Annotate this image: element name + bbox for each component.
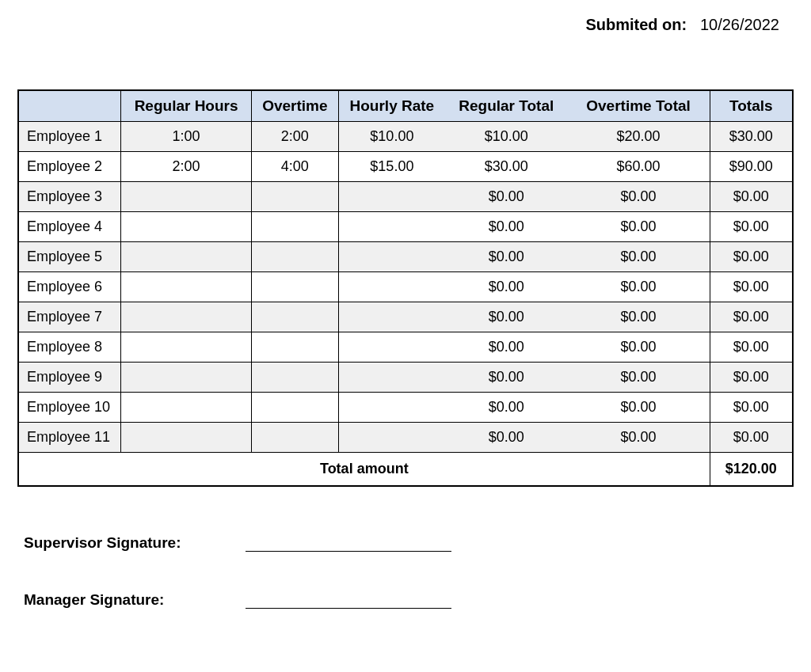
table-body: Employee 11:002:00$10.00$10.00$20.00$30.… <box>18 122 793 453</box>
overtime-total-cell: $0.00 <box>568 212 710 242</box>
overtime-cell: 2:00 <box>251 122 338 152</box>
regular-hours-cell: 2:00 <box>121 152 252 182</box>
overtime-total-cell: $0.00 <box>568 272 710 302</box>
submitted-on: Submited on: 10/26/2022 <box>16 16 795 34</box>
totals-cell: $0.00 <box>710 302 793 332</box>
regular-total-cell: $0.00 <box>445 332 568 363</box>
overtime-cell <box>251 393 338 423</box>
supervisor-signature-row: Supervisor Signature: <box>24 534 795 552</box>
overtime-total-cell: $0.00 <box>568 302 710 332</box>
totals-cell: $0.00 <box>710 272 793 302</box>
employee-name: Employee 5 <box>18 242 121 272</box>
supervisor-signature-label: Supervisor Signature: <box>24 534 246 552</box>
regular-total-cell: $0.00 <box>445 363 568 393</box>
overtime-total-cell: $0.00 <box>568 332 710 363</box>
overtime-cell <box>251 212 338 242</box>
totals-cell: $90.00 <box>710 152 793 182</box>
hourly-rate-cell <box>338 393 445 423</box>
regular-hours-cell <box>121 302 252 332</box>
regular-total-cell: $0.00 <box>445 182 568 212</box>
col-regular-hours: Regular Hours <box>121 90 252 122</box>
employee-name: Employee 2 <box>18 152 121 182</box>
hourly-rate-cell <box>338 363 445 393</box>
regular-hours-cell <box>121 393 252 423</box>
overtime-total-cell: $0.00 <box>568 182 710 212</box>
hourly-rate-cell <box>338 423 445 453</box>
total-amount-value: $120.00 <box>710 453 793 486</box>
totals-cell: $0.00 <box>710 393 793 423</box>
regular-total-cell: $30.00 <box>445 152 568 182</box>
totals-cell: $30.00 <box>710 122 793 152</box>
col-overtime: Overtime <box>251 90 338 122</box>
col-totals: Totals <box>710 90 793 122</box>
hourly-rate-cell <box>338 332 445 363</box>
overtime-total-cell: $0.00 <box>568 393 710 423</box>
regular-total-cell: $0.00 <box>445 302 568 332</box>
employee-name: Employee 9 <box>18 363 121 393</box>
regular-hours-cell <box>121 212 252 242</box>
regular-hours-cell <box>121 363 252 393</box>
employee-name: Employee 4 <box>18 212 121 242</box>
regular-hours-cell <box>121 242 252 272</box>
table-row: Employee 3$0.00$0.00$0.00 <box>18 182 793 212</box>
regular-hours-cell <box>121 423 252 453</box>
overtime-cell <box>251 242 338 272</box>
regular-total-cell: $0.00 <box>445 242 568 272</box>
hourly-rate-cell <box>338 212 445 242</box>
regular-hours-cell <box>121 272 252 302</box>
table-row: Employee 8$0.00$0.00$0.00 <box>18 332 793 363</box>
manager-signature-line <box>246 608 451 609</box>
hourly-rate-cell <box>338 302 445 332</box>
table-row: Employee 9$0.00$0.00$0.00 <box>18 363 793 393</box>
table-row: Employee 5$0.00$0.00$0.00 <box>18 242 793 272</box>
overtime-cell <box>251 302 338 332</box>
totals-cell: $0.00 <box>710 423 793 453</box>
overtime-total-cell: $20.00 <box>568 122 710 152</box>
col-blank <box>18 90 121 122</box>
overtime-cell <box>251 272 338 302</box>
table-row: Employee 4$0.00$0.00$0.00 <box>18 212 793 242</box>
hourly-rate-cell <box>338 182 445 212</box>
regular-total-cell: $0.00 <box>445 393 568 423</box>
overtime-total-cell: $60.00 <box>568 152 710 182</box>
overtime-cell <box>251 363 338 393</box>
overtime-cell <box>251 182 338 212</box>
signature-block: Supervisor Signature: Manager Signature: <box>24 534 795 609</box>
regular-total-cell: $0.00 <box>445 423 568 453</box>
submitted-date: 10/26/2022 <box>700 16 779 33</box>
table-row: Employee 22:004:00$15.00$30.00$60.00$90.… <box>18 152 793 182</box>
employee-name: Employee 8 <box>18 332 121 363</box>
table-row: Employee 6$0.00$0.00$0.00 <box>18 272 793 302</box>
totals-cell: $0.00 <box>710 212 793 242</box>
overtime-total-cell: $0.00 <box>568 242 710 272</box>
employee-name: Employee 6 <box>18 272 121 302</box>
col-hourly-rate: Hourly Rate <box>338 90 445 122</box>
manager-signature-row: Manager Signature: <box>24 591 795 609</box>
employee-name: Employee 11 <box>18 423 121 453</box>
col-overtime-total: Overtime Total <box>568 90 710 122</box>
total-amount-label: Total amount <box>18 453 710 486</box>
regular-total-cell: $10.00 <box>445 122 568 152</box>
hourly-rate-cell <box>338 242 445 272</box>
table-row: Employee 11$0.00$0.00$0.00 <box>18 423 793 453</box>
hourly-rate-cell: $15.00 <box>338 152 445 182</box>
regular-hours-cell <box>121 182 252 212</box>
hourly-rate-cell <box>338 272 445 302</box>
totals-cell: $0.00 <box>710 182 793 212</box>
overtime-total-cell: $0.00 <box>568 363 710 393</box>
totals-cell: $0.00 <box>710 332 793 363</box>
overtime-cell <box>251 332 338 363</box>
table-row: Employee 11:002:00$10.00$10.00$20.00$30.… <box>18 122 793 152</box>
submitted-label: Submited on: <box>585 16 687 33</box>
header-row: Regular Hours Overtime Hourly Rate Regul… <box>18 90 793 122</box>
totals-cell: $0.00 <box>710 242 793 272</box>
employee-name: Employee 7 <box>18 302 121 332</box>
employee-name: Employee 10 <box>18 393 121 423</box>
regular-total-cell: $0.00 <box>445 212 568 242</box>
col-regular-total: Regular Total <box>445 90 568 122</box>
regular-hours-cell: 1:00 <box>121 122 252 152</box>
overtime-cell <box>251 423 338 453</box>
hourly-rate-cell: $10.00 <box>338 122 445 152</box>
regular-total-cell: $0.00 <box>445 272 568 302</box>
overtime-cell: 4:00 <box>251 152 338 182</box>
